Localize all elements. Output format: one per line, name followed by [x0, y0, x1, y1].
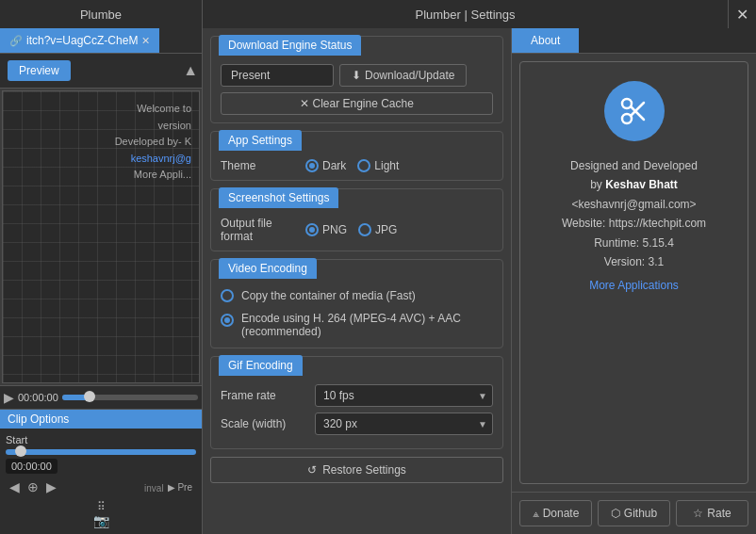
app-settings-body: Theme Dark Light: [211, 152, 502, 180]
scroll-up-icon[interactable]: ▲: [183, 63, 198, 78]
tab-bar: 🔗 itch?v=UagCcZ-CheM ✕: [0, 28, 202, 54]
invalid-label: inval: [144, 483, 164, 494]
theme-row: Theme Dark Light: [221, 159, 493, 172]
app-settings-header: App Settings: [219, 130, 302, 151]
clip-slider-track: [6, 449, 196, 455]
video-option1[interactable]: Copy the container of media (Fast): [221, 287, 493, 304]
clip-slider-handle[interactable]: [15, 445, 26, 457]
scissors-icon: [617, 94, 651, 128]
download-icon: ⬇: [352, 69, 361, 82]
about-tab[interactable]: About: [512, 28, 579, 53]
frame-rate-row: Frame rate 10 fps 15 fps 24 fps ▼: [221, 384, 493, 407]
play-button[interactable]: ▶: [4, 390, 14, 405]
video-radio2[interactable]: [221, 314, 234, 327]
format-jpg-option[interactable]: JPG: [358, 223, 397, 236]
video-encoding-body: Copy the container of media (Fast) Encod…: [211, 280, 502, 348]
media-controls: ▶ 00:00:00: [0, 385, 202, 409]
about-text: Designed and Developed by Keshav Bhatt <…: [562, 156, 706, 271]
theme-light-option[interactable]: Light: [357, 159, 399, 172]
restore-settings-button[interactable]: ↺ Restore Settings: [210, 457, 503, 483]
about-content: Designed and Developed by Keshav Bhatt <…: [519, 61, 748, 484]
nav-move-button[interactable]: ⊕: [24, 477, 42, 496]
clip-time-display: 00:00:00: [6, 459, 58, 474]
star-icon: ☆: [693, 507, 703, 520]
clip-options-content: Start 00:00:00 ◀ ⊕ ▶ inval ▶ Pre: [0, 429, 202, 534]
theme-light-radio[interactable]: [357, 159, 370, 172]
preview-button[interactable]: Preview: [8, 60, 71, 81]
download-engine-section: Download Engine Status ⬇ Download/Update…: [210, 36, 503, 123]
gif-encoding-section: Gif Encoding Frame rate 10 fps 15 fps 24…: [210, 356, 503, 449]
settings-panel: Download Engine Status ⬇ Download/Update…: [203, 28, 511, 534]
app-settings-section: App Settings Theme Dark Light: [210, 131, 503, 181]
screenshot-icon[interactable]: 📷: [6, 513, 196, 528]
format-label: Output file format: [221, 217, 296, 243]
close-button[interactable]: ✕: [728, 0, 756, 28]
format-png-radio[interactable]: [305, 223, 319, 236]
preview-text: Welcome to version Developed by- K kesha…: [115, 101, 191, 184]
tab-close-button[interactable]: ✕: [141, 35, 150, 47]
scale-label: Scale (width): [221, 417, 315, 430]
link-icon: 🔗: [9, 35, 23, 47]
preview-area: Welcome to version Developed by- K kesha…: [2, 90, 200, 383]
video-option2[interactable]: Encode using H. 264 (MPEG-4 AVC) + AAC (…: [221, 310, 493, 340]
left-panel: 🔗 itch?v=UagCcZ-CheM ✕ Preview ▲ Welcome…: [0, 28, 203, 534]
nav-next-button[interactable]: ▶: [42, 477, 60, 496]
screenshot-settings-section: Screenshot Settings Output file format P…: [210, 188, 503, 251]
about-actions: ⟁ Donate ⬡ Github ☆ Rate: [512, 492, 756, 534]
url-tab[interactable]: 🔗 itch?v=UagCcZ-CheM ✕: [0, 28, 159, 53]
progress-handle[interactable]: [84, 391, 95, 402]
frame-rate-label: Frame rate: [221, 389, 315, 402]
download-engine-body: ⬇ Download/Update ✕ Clear Engine Cache: [211, 57, 502, 122]
preview-link[interactable]: keshavnrj@g: [115, 151, 191, 168]
main-container: 🔗 itch?v=UagCcZ-CheM ✕ Preview ▲ Welcome…: [0, 28, 756, 534]
title-bar-left-title: Plumbe: [0, 0, 203, 28]
video-radio1[interactable]: [221, 289, 234, 302]
nav-prev-button[interactable]: ◀: [6, 477, 24, 496]
theme-dark-option[interactable]: Dark: [305, 159, 346, 172]
frame-rate-dropdown[interactable]: 10 fps 15 fps 24 fps: [315, 384, 493, 407]
restore-icon: ↺: [307, 463, 317, 477]
theme-label: Theme: [221, 159, 296, 172]
gif-encoding-body: Frame rate 10 fps 15 fps 24 fps ▼ Scale …: [211, 377, 502, 448]
dots-icon: ⠿: [6, 500, 196, 513]
github-icon: ⬡: [611, 507, 620, 520]
format-jpg-radio[interactable]: [358, 223, 371, 236]
preview-small-button[interactable]: ▶ Pre: [164, 480, 196, 494]
theme-radio-group: Dark Light: [305, 159, 399, 172]
engine-status-input[interactable]: [221, 64, 334, 87]
clip-options-title[interactable]: Clip Options: [0, 410, 202, 429]
download-engine-header: Download Engine Status: [219, 35, 361, 56]
donate-button[interactable]: ⟁ Donate: [519, 500, 592, 526]
gif-encoding-header: Gif Encoding: [219, 355, 303, 376]
clear-cache-button[interactable]: ✕ Clear Engine Cache: [221, 92, 493, 115]
tab-url: itch?v=UagCcZ-CheM: [26, 34, 138, 47]
clip-options: Clip Options Start 00:00:00 ◀ ⊕ ▶ inval: [0, 409, 202, 534]
github-button[interactable]: ⬡ Github: [598, 500, 670, 526]
video-encoding-section: Video Encoding Copy the container of med…: [210, 259, 503, 348]
progress-bar[interactable]: [62, 395, 198, 400]
about-author: Keshav Bhatt: [605, 178, 678, 191]
more-applications-link[interactable]: More Applications: [589, 279, 679, 292]
theme-dark-radio[interactable]: [305, 159, 319, 172]
clip-slider[interactable]: [6, 449, 196, 455]
download-row: ⬇ Download/Update: [221, 64, 493, 87]
scale-row: Scale (width) 320 px 480 px 640 px ▼: [221, 413, 493, 435]
download-update-button[interactable]: ⬇ Download/Update: [339, 64, 467, 87]
frame-rate-dropdown-container: 10 fps 15 fps 24 fps ▼: [315, 384, 493, 407]
screenshot-settings-body: Output file format PNG JPG: [211, 209, 502, 251]
format-radio-group: PNG JPG: [305, 223, 397, 236]
rate-button[interactable]: ☆ Rate: [676, 500, 748, 526]
clip-start-label: Start: [6, 434, 196, 445]
screenshot-settings-header: Screenshot Settings: [219, 187, 338, 208]
title-bar-center-title: Plumber | Settings: [203, 8, 728, 22]
about-logo: [604, 81, 665, 141]
about-tab-bar: About: [512, 28, 756, 54]
title-bar: Plumbe Plumber | Settings ✕: [0, 0, 756, 28]
clip-nav-row: ◀ ⊕ ▶ inval ▶ Pre: [6, 477, 196, 496]
donate-icon: ⟁: [533, 507, 539, 520]
about-panel: About Designed and Developed by Keshav B…: [511, 28, 756, 534]
scale-dropdown[interactable]: 320 px 480 px 640 px: [315, 413, 493, 435]
format-row: Output file format PNG JPG: [221, 217, 493, 243]
time-display: 00:00:00: [18, 392, 58, 403]
format-png-option[interactable]: PNG: [305, 223, 347, 236]
